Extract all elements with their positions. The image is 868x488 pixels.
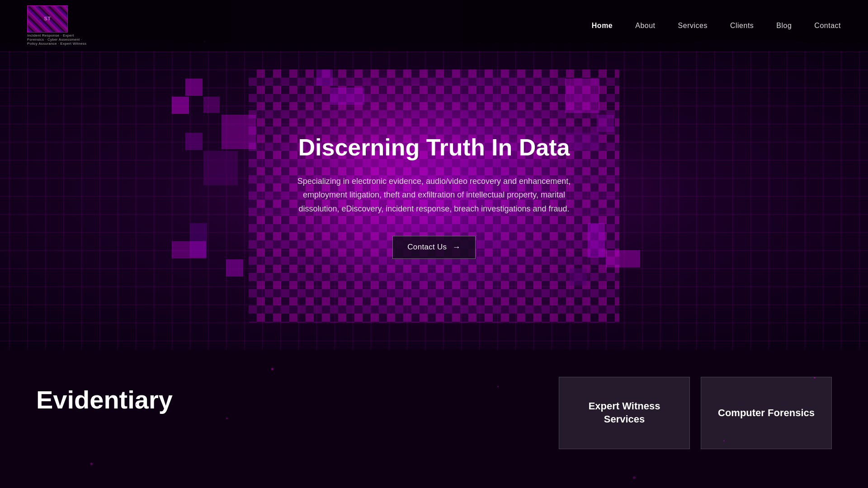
hero-title: Discerning Truth In Data <box>294 133 574 161</box>
pixel-block <box>606 250 640 267</box>
pixel-block <box>222 115 256 149</box>
nav-home[interactable]: Home <box>592 22 613 30</box>
nav-contact[interactable]: Contact <box>814 22 841 30</box>
service-cards-area: Expert Witness Services Computer Forensi… <box>559 377 832 449</box>
hero-description: Specializing in electronic evidence, aud… <box>294 174 574 216</box>
pixel-block <box>172 241 206 258</box>
pixel-block <box>565 79 599 113</box>
pixel-block <box>203 151 238 185</box>
pixel-block <box>226 259 243 277</box>
nav-services[interactable]: Services <box>678 22 708 30</box>
header: ST Incident Response · Expert Forensics … <box>0 0 868 51</box>
arrow-icon: → <box>452 243 460 252</box>
pixel-block <box>172 97 189 114</box>
contact-us-label: Contact Us <box>407 243 447 252</box>
pixel-block <box>330 88 364 105</box>
nav-clients[interactable]: Clients <box>730 22 754 30</box>
computer-forensics-card[interactable]: Computer Forensics <box>701 377 832 449</box>
expert-witness-card[interactable]: Expert Witness Services <box>559 377 690 449</box>
logo-area: ST Incident Response · Expert Forensics … <box>27 5 90 46</box>
contact-us-button[interactable]: Contact Us → <box>392 236 475 259</box>
logo-image: ST <box>27 5 68 33</box>
hero-content: Discerning Truth In Data Specializing in… <box>276 115 592 277</box>
evidentiary-title: Evidentiary <box>36 386 541 414</box>
pixel-block <box>185 79 203 96</box>
pixel-block <box>185 133 203 150</box>
expert-witness-card-title: Expert Witness Services <box>570 400 679 426</box>
nav-blog[interactable]: Blog <box>776 22 792 30</box>
hero-section: Discerning Truth In Data Specializing in… <box>0 42 868 350</box>
pixel-block <box>597 115 614 132</box>
main-nav: Home About Services Clients Blog Contact <box>592 22 841 30</box>
computer-forensics-card-title: Computer Forensics <box>718 407 815 420</box>
pixel-block <box>203 97 220 113</box>
evidentiary-area: Evidentiary <box>36 377 541 414</box>
bottom-section: Evidentiary Expert Witness Services Comp… <box>0 350 868 488</box>
logo-tagline: Incident Response · Expert Forensics · C… <box>27 33 90 46</box>
pixel-block <box>316 70 333 86</box>
nav-about[interactable]: About <box>635 22 655 30</box>
